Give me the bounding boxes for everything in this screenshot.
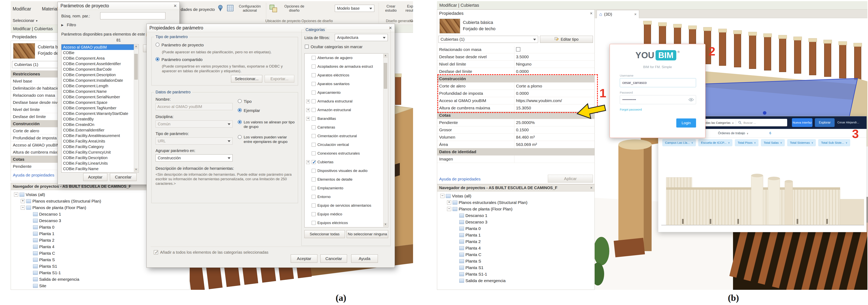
property-row[interactable]: Imagen: [437, 156, 594, 163]
param-list-item[interactable]: COBie.Facility.AreaMeasurement: [61, 133, 134, 138]
username-field[interactable]: [620, 78, 696, 87]
select-all-button[interactable]: Seleccionar todas: [304, 230, 345, 238]
filter-pill[interactable]: Escuela de ICCP...: [698, 139, 733, 146]
filter-pill[interactable]: Total Pisos: [735, 139, 758, 146]
tree-expand-icon[interactable]: −: [14, 193, 18, 197]
param-list-item[interactable]: COBie.Facility.Description: [61, 155, 134, 161]
tree-expand-icon[interactable]: [454, 246, 458, 250]
tree-item[interactable]: Salida de emergencia: [439, 277, 594, 284]
parameter-type-select[interactable]: URL: [156, 137, 232, 144]
tree-item[interactable]: − Vistas (all): [439, 193, 594, 199]
type-radio[interactable]: Tipo: [238, 99, 252, 104]
category-row[interactable]: Equipo médico: [305, 210, 383, 218]
forgot-password-link[interactable]: Forgot password: [620, 108, 642, 111]
param-list-item[interactable]: COBie.Facility.LinearUnits: [61, 161, 134, 166]
param-list-item[interactable]: COBie.ExternalIdentifier: [61, 127, 134, 133]
checkbox-icon[interactable]: [312, 99, 316, 103]
ribbon-button-explorar-resultados[interactable]: Explorar resultados: [403, 4, 413, 12]
type-selector-combo[interactable]: Cubiertas (1): [438, 36, 538, 43]
checkbox-icon[interactable]: [312, 91, 316, 95]
category-row[interactable]: Entorno: [305, 193, 383, 201]
category-row[interactable]: Aberturas de agujero: [305, 54, 383, 62]
category-row[interactable]: Cubiertas: [305, 158, 383, 166]
tree-item[interactable]: − Planos de planta (Floor Plan): [439, 206, 594, 212]
tree-item[interactable]: Descanso 3: [439, 219, 594, 225]
help-button[interactable]: Ayuda: [351, 255, 378, 263]
checkbox-icon[interactable]: [305, 45, 309, 48]
property-row[interactable]: Área563.069 m²: [437, 141, 594, 148]
discipline-select[interactable]: Común: [156, 121, 232, 128]
close-icon[interactable]: ×: [590, 185, 592, 190]
checkbox-icon[interactable]: [312, 117, 316, 121]
ribbon-button-config-adicional[interactable]: Configuración adicional: [236, 4, 264, 12]
checkbox-icon[interactable]: [312, 108, 316, 112]
project-browser-title[interactable]: Navegador de proyectos - AS BUILT ESCUEL…: [437, 184, 594, 192]
tree-expand-icon[interactable]: [28, 251, 32, 255]
ok-button[interactable]: Aceptar: [83, 173, 107, 181]
tree-expand-icon[interactable]: [28, 271, 32, 275]
tree-expand-icon[interactable]: [454, 266, 458, 270]
ribbon-button-crear-estudio[interactable]: Crear estudio: [381, 4, 401, 12]
param-list-item[interactable]: COBie.CreatedOn: [61, 122, 134, 127]
property-row[interactable]: Volumen84.460 m³: [437, 134, 594, 141]
checkbox-icon[interactable]: [312, 204, 316, 207]
apply-button[interactable]: Aplicar: [548, 175, 593, 182]
tree-expand-icon[interactable]: [28, 245, 32, 249]
param-list-item[interactable]: COBie.Component.AssetIdentifier: [61, 61, 134, 67]
tree-item[interactable]: Planta S1-1: [439, 271, 594, 277]
tree-expand-icon[interactable]: −: [440, 194, 444, 198]
tree-expand-icon[interactable]: [454, 239, 458, 244]
hide-unchecked-checkbox[interactable]: Ocultar categorías sin marcar: [305, 45, 363, 49]
property-row[interactable]: Relacionado con masa: [437, 46, 594, 53]
tree-expand-icon[interactable]: −: [21, 205, 25, 210]
search-input[interactable]: Buscar ...: [743, 121, 756, 124]
tree-item[interactable]: Planta 4: [439, 245, 594, 251]
filter-pill[interactable]: Total Sub Siste...: [818, 139, 850, 146]
tree-expand-icon[interactable]: [28, 264, 32, 268]
checkbox-icon[interactable]: [312, 186, 316, 190]
property-row[interactable]: Grosor0.1500: [437, 126, 594, 134]
radio-icon[interactable]: [156, 43, 159, 46]
tree-item[interactable]: + Planos estructurales (Structural Plan): [439, 199, 594, 206]
category-row[interactable]: Armazón estructural: [305, 106, 383, 114]
expand-plus-icon[interactable]: [306, 160, 310, 164]
explore-button[interactable]: Explorar: [815, 118, 835, 127]
tree-expand-icon[interactable]: [28, 238, 32, 242]
tree-expand-icon[interactable]: [454, 227, 458, 231]
scrollbar[interactable]: ▲▼: [383, 54, 388, 227]
category-row[interactable]: Emplazamiento: [305, 184, 383, 193]
checkbox-icon[interactable]: [312, 177, 316, 181]
tree-expand-icon[interactable]: [454, 272, 458, 276]
checkbox-icon[interactable]: [312, 221, 316, 225]
add-to-all-checkbox[interactable]: Añadir a todos los elementos de las cate…: [154, 250, 268, 255]
category-row[interactable]: Barandillas: [305, 114, 383, 123]
checkbox-icon[interactable]: [312, 151, 316, 156]
param-list-item[interactable]: COBie.Component.InstallationDate: [61, 77, 134, 83]
category-row[interactable]: Elementos de detalle: [305, 175, 383, 184]
location-icon[interactable]: [216, 4, 224, 12]
design-options-icon[interactable]: [269, 4, 278, 13]
category-row[interactable]: Equipo de servicios alimentarios: [305, 201, 383, 210]
param-list-item[interactable]: COBie.Facility.Name: [61, 166, 134, 172]
dialog-titlebar[interactable]: Parámetros de proyecto ×: [58, 2, 180, 10]
param-list-item[interactable]: COBie.CreatedBy: [61, 116, 134, 122]
category-row[interactable]: Armadura estructural: [305, 97, 383, 106]
tree-item[interactable]: Salida de emergencia: [12, 276, 189, 282]
type-preview-thumbnail[interactable]: [439, 19, 460, 33]
edit-type-button[interactable]: Editar tipo: [540, 36, 593, 43]
vary-values-radio[interactable]: Los valores pueden variar entre ejemplar…: [238, 135, 296, 144]
param-list-item[interactable]: COBie.Component.SerialNumber: [61, 94, 134, 100]
design-option-select[interactable]: Modelo base: [335, 5, 374, 12]
select-shared-button[interactable]: Seleccionar...: [231, 75, 262, 82]
scrollbar[interactable]: ▲▼: [134, 45, 138, 172]
filter-pill[interactable]: Campus Las Lla...: [662, 139, 696, 146]
tree-expand-icon[interactable]: [454, 259, 458, 263]
category-row[interactable]: Acopladores de armadura estruct: [305, 62, 383, 71]
filter-pill[interactable]: Total Sistemas: [787, 139, 816, 146]
filter-label[interactable]: Filtro: [67, 23, 76, 27]
property-row[interactable]: Desfase base desde nivel3.5000: [437, 53, 594, 61]
new-interface-button[interactable]: Nueva Interfaz: [792, 118, 812, 127]
properties-help-link[interactable]: Ayuda de propiedades: [439, 177, 480, 181]
param-list-item[interactable]: COBie.Component.WarrantyStartDate: [61, 111, 134, 116]
param-list-item[interactable]: COBie.Component.Name: [61, 89, 134, 94]
